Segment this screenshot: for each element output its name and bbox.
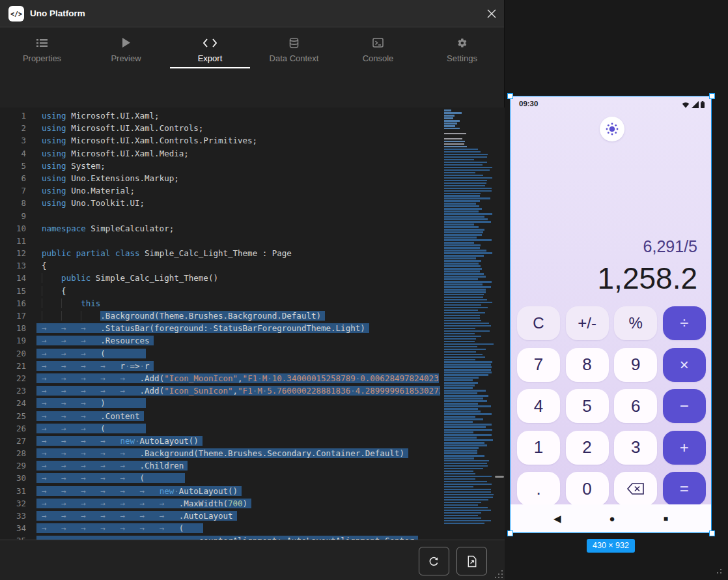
key-4[interactable]: 4	[517, 389, 560, 423]
export-file-button[interactable]	[456, 547, 487, 575]
key-9[interactable]: 9	[614, 348, 657, 382]
line-number: 23	[0, 384, 26, 397]
line-number: 29	[0, 459, 26, 472]
selection-handle-bottom-left[interactable]	[507, 530, 513, 536]
code-line: 32→ → → → → → → .MaxWidth(700)	[0, 497, 440, 510]
tab-properties[interactable]: Properties	[0, 28, 84, 68]
key-7[interactable]: 7	[517, 348, 560, 382]
code-lines: 1using Microsoft.UI.Xaml;2using Microsof…	[0, 109, 440, 540]
tab-settings[interactable]: Settings	[420, 28, 504, 68]
file-export-icon	[466, 555, 478, 568]
key-clear[interactable]: C	[517, 306, 560, 340]
line-number: 5	[0, 160, 26, 172]
tab-label: Properties	[23, 53, 61, 63]
code-line: 14 public Simple_Calc_Light_Theme()	[0, 272, 440, 284]
tab-label: Export	[198, 53, 223, 63]
key-subtract[interactable]: −	[663, 389, 706, 423]
selection-handle-bottom-right[interactable]	[709, 530, 715, 536]
minimap[interactable]	[444, 109, 494, 534]
key-divide[interactable]: ÷	[663, 306, 706, 340]
theme-toggle-button[interactable]	[600, 117, 624, 141]
code-line: 6using Uno.Extensions.Markup;	[0, 172, 440, 184]
line-number: 18	[0, 322, 26, 334]
battery-icon	[701, 101, 705, 108]
stage: </> Uno Platform PropertiesPreviewExport…	[0, 0, 728, 580]
tab-preview[interactable]: Preview	[84, 28, 168, 68]
code-line: 7using Uno.Material;	[0, 184, 440, 197]
scrollbar-thumb[interactable]	[495, 476, 504, 478]
status-icons	[682, 101, 705, 108]
line-number: 32	[0, 497, 26, 510]
key-8[interactable]: 8	[566, 348, 609, 382]
window-title: Uno Platform	[30, 0, 85, 27]
line-number: 12	[0, 247, 26, 259]
code-line: 28→ → → → → .Background(Theme.Brushes.Se…	[0, 447, 440, 459]
resize-grip[interactable]	[495, 570, 503, 578]
code-line: 9	[0, 210, 440, 222]
key-add[interactable]: +	[663, 431, 706, 465]
key-decimal[interactable]: .	[517, 472, 560, 506]
tab-export[interactable]: Export	[168, 28, 252, 68]
uno-platform-logo-icon: </>	[8, 6, 24, 22]
key-6[interactable]: 6	[614, 389, 657, 423]
code-line: 10namespace SimpleCalculator;	[0, 222, 440, 235]
line-number: 4	[0, 147, 26, 160]
canvas-resize-grip[interactable]	[714, 566, 721, 573]
calculator-display: 6,291/5 1,258.2	[598, 237, 697, 293]
line-number: 21	[0, 360, 26, 372]
key-backspace[interactable]	[614, 472, 657, 506]
refresh-button[interactable]	[419, 547, 449, 575]
code-line: 19→ → → .Resources	[0, 334, 440, 347]
line-number: 7	[0, 184, 26, 197]
code-line: 13{	[0, 259, 440, 272]
titlebar: </> Uno Platform	[0, 0, 504, 27]
key-5[interactable]: 5	[566, 389, 609, 423]
key-multiply[interactable]: ×	[663, 348, 706, 382]
sun-icon	[606, 123, 619, 136]
phone-frame[interactable]: 09:30	[510, 96, 712, 533]
code-line: 29→ → → → → .Children	[0, 459, 440, 472]
key-0[interactable]: 0	[566, 472, 609, 506]
line-number: 8	[0, 197, 26, 209]
tab-console[interactable]: Console	[336, 28, 420, 68]
key-percent[interactable]: %	[614, 306, 657, 340]
key-3[interactable]: 3	[614, 431, 657, 465]
wifi-icon	[682, 101, 690, 108]
key-2[interactable]: 2	[566, 431, 609, 465]
line-number: 26	[0, 422, 26, 435]
line-number: 17	[0, 310, 26, 322]
code-line: 15 {	[0, 285, 440, 297]
key-equals[interactable]: =	[663, 472, 706, 506]
line-number: 15	[0, 285, 26, 297]
selection-handle-top-right[interactable]	[709, 93, 715, 99]
database-icon	[289, 37, 299, 48]
properties-list-icon	[36, 37, 48, 48]
home-circle-icon[interactable]: ●	[609, 513, 615, 524]
size-badge: 430 × 932	[587, 539, 635, 553]
plugin-footer	[0, 540, 505, 580]
line-number: 11	[0, 235, 26, 247]
line-number: 2	[0, 122, 26, 134]
code-line: 17 .Background(Theme.Brushes.Background.…	[0, 310, 440, 322]
key-1[interactable]: 1	[517, 431, 560, 465]
code-line: 11	[0, 235, 440, 247]
line-number: 3	[0, 134, 26, 147]
keypad: C+/-%÷789×456−123+.0=	[517, 306, 706, 506]
square-icon[interactable]: ■	[664, 514, 668, 523]
key-plus-minus[interactable]: +/-	[566, 306, 609, 340]
line-number: 25	[0, 410, 26, 422]
close-icon[interactable]	[482, 4, 501, 23]
line-number: 16	[0, 297, 26, 310]
code-line: 8using Uno.Toolkit.UI;	[0, 197, 440, 209]
back-triangle-icon[interactable]: ◀	[553, 513, 561, 525]
tab-data-context[interactable]: Data Context	[252, 28, 336, 68]
code-line: 23→ → → → → .Add("Icon_SunIcon","F1·M·5.…	[0, 384, 440, 397]
line-number: 31	[0, 485, 26, 497]
code-editor[interactable]: 1using Microsoft.UI.Xaml;2using Microsof…	[0, 108, 505, 540]
terminal-icon	[372, 37, 384, 48]
line-number: 24	[0, 397, 26, 409]
code-line: 20→ → → (	[0, 347, 440, 360]
code-line: 18→ → → .StatusBar(foreground:·StatusBar…	[0, 322, 440, 334]
line-number: 10	[0, 222, 26, 235]
selection-handle-top-left[interactable]	[507, 93, 513, 99]
